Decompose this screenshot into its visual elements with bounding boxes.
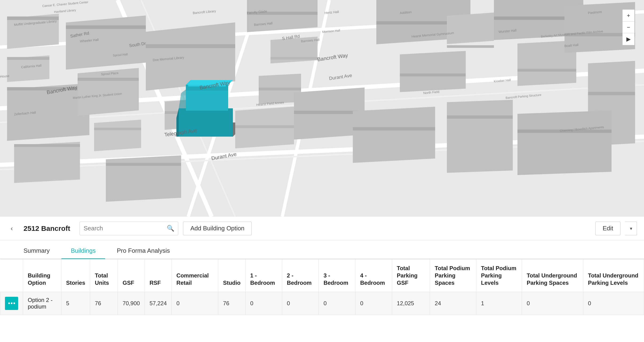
- svg-rect-61: [588, 92, 635, 95]
- col-studio: Studio: [218, 259, 246, 292]
- tab-proforma[interactable]: Pro Forma Analysis: [108, 243, 179, 259]
- dropdown-arrow-button[interactable]: ▾: [625, 222, 637, 235]
- svg-rect-27: [146, 44, 235, 48]
- row-total-units: 76: [90, 292, 118, 315]
- row-gsf: 70,900: [118, 292, 145, 315]
- svg-rect-62: [353, 107, 435, 163]
- col-total-parking-gsf: Total Parking GSF: [392, 259, 430, 292]
- svg-rect-18: [14, 142, 80, 183]
- zoom-in-button[interactable]: +: [622, 10, 634, 22]
- svg-rect-41: [270, 57, 318, 60]
- table-container: Building Option Stories Total Units GSF …: [0, 259, 644, 315]
- row-options-button[interactable]: [5, 297, 18, 310]
- tab-buildings[interactable]: Buildings: [62, 243, 105, 259]
- row-two-bedroom: 0: [282, 292, 319, 315]
- col-gsf: GSF: [118, 259, 145, 292]
- row-studio: 76: [218, 292, 246, 315]
- svg-rect-13: [66, 26, 146, 29]
- svg-rect-64: [447, 100, 513, 173]
- col-one-bedroom: 1 - Bedroom: [245, 259, 282, 292]
- tabs-bar: Summary Buildings Pro Forma Analysis: [0, 240, 644, 259]
- row-total-podium-parking-levels: 1: [476, 292, 522, 315]
- svg-rect-19: [14, 144, 80, 147]
- edit-button[interactable]: Edit: [595, 222, 620, 235]
- svg-rect-23: [94, 128, 141, 130]
- col-three-bedroom: 3 - Bedroom: [319, 259, 356, 292]
- rotate-button[interactable]: ▶: [622, 33, 634, 45]
- svg-rect-21: [78, 78, 139, 81]
- row-building-option: Option 2 - podium: [23, 292, 62, 315]
- row-total-underground-parking-spaces: 0: [522, 292, 583, 315]
- map-view: Bancroft Way Bancroft Way Bancroft Way T…: [0, 0, 644, 217]
- dot-icon: [11, 302, 12, 304]
- toolbar: ‹ 2512 Bancroft 🔍 Add Building Option Ed…: [0, 217, 644, 240]
- row-options-cell: [0, 292, 23, 315]
- row-one-bedroom: 0: [245, 292, 282, 315]
- map-controls: + − ▶: [622, 10, 634, 45]
- col-two-bedroom: 2 - Bedroom: [282, 259, 319, 292]
- svg-rect-33: [186, 89, 228, 111]
- row-rsf: 57,224: [145, 292, 172, 315]
- svg-rect-43: [259, 88, 301, 90]
- row-total-podium-parking-spaces: 24: [430, 292, 476, 315]
- row-commercial-retail: 0: [172, 292, 218, 315]
- tab-summary[interactable]: Summary: [14, 243, 59, 259]
- svg-rect-15: [7, 57, 50, 60]
- svg-rect-66: [518, 110, 612, 175]
- row-stories: 5: [61, 292, 90, 315]
- search-container: 🔍: [80, 222, 178, 235]
- search-icon: 🔍: [167, 225, 174, 232]
- add-building-button[interactable]: Add Building Option: [183, 222, 252, 235]
- col-commercial-retail: Commercial Retail: [172, 259, 218, 292]
- col-stories: Stories: [61, 259, 90, 292]
- row-three-bedroom: 0: [319, 292, 356, 315]
- row-four-bedroom: 0: [356, 292, 392, 315]
- svg-rect-22: [94, 120, 141, 151]
- zoom-out-button[interactable]: −: [622, 22, 634, 33]
- dot-icon: [14, 302, 15, 304]
- col-total-underground-parking-levels: Total Underground Parking Levels: [583, 259, 644, 292]
- dot-icon: [8, 302, 10, 304]
- col-total-units: Total Units: [90, 259, 118, 292]
- svg-rect-53: [447, 45, 494, 48]
- svg-rect-57: [518, 69, 576, 72]
- col-total-underground-parking-spaces: Total Underground Parking Spaces: [522, 259, 583, 292]
- project-title: 2512 Bancroft: [24, 225, 70, 233]
- col-four-bedroom: 4 - Bedroom: [356, 259, 392, 292]
- svg-rect-38: [247, 0, 318, 32]
- svg-rect-63: [353, 127, 435, 130]
- col-icon: [0, 259, 23, 292]
- search-input[interactable]: [84, 225, 164, 232]
- col-rsf: RSF: [145, 259, 172, 292]
- svg-rect-65: [447, 115, 513, 119]
- svg-rect-52: [447, 13, 494, 44]
- svg-rect-51: [400, 74, 466, 76]
- back-button[interactable]: ‹: [7, 223, 16, 234]
- buildings-table: Building Option Stories Total Units GSF …: [0, 259, 644, 315]
- svg-rect-45: [235, 125, 294, 128]
- table-row: Option 2 - podium 5 76 70,900 57,224 0 7…: [0, 292, 644, 315]
- row-total-underground-parking-levels: 0: [583, 292, 644, 315]
- svg-rect-25: [106, 163, 181, 166]
- svg-rect-50: [400, 51, 466, 92]
- col-total-podium-parking-levels: Total Podium Parking Levels: [476, 259, 522, 292]
- col-building-option: Building Option: [23, 259, 62, 292]
- col-total-podium-parking-spaces: Total Podium Parking Spaces: [430, 259, 476, 292]
- row-total-parking-gsf: 12,025: [392, 292, 430, 315]
- svg-rect-24: [106, 155, 181, 202]
